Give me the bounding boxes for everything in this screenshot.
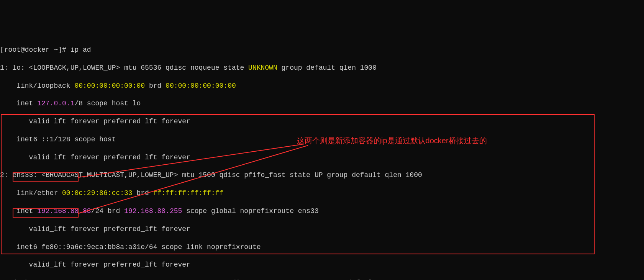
iface-ens33-inet6: inet6 fe80::9a6e:9eca:bb8a:a31e/64 scope… (0, 243, 644, 252)
iface-ens33-link: link/ether 00:0c:29:86:cc:33 brd ff:ff:f… (0, 189, 644, 198)
iface-ens33-valid: valid_lft forever preferred_lft forever (0, 225, 644, 234)
iface-lo-valid: valid_lft forever preferred_lft forever (0, 117, 644, 126)
annotation-text: 这两个则是新添加容器的ip是通过默认docker桥接过去的 (297, 136, 487, 146)
command-line: [root@docker ~]# ip ad (0, 46, 644, 54)
iface-lo-header: 1: lo: <LOOPBACK,UP,LOWER_UP> mtu 65536 … (0, 64, 644, 72)
iface-lo-link: link/loopback 00:00:00:00:00:00 brd 00:0… (0, 82, 644, 90)
iface-docker0-header: 3: docker0: <BROADCAST,MULTICAST,UP,LOWE… (0, 278, 644, 280)
terminal-output: [root@docker ~]# ip ad 1: lo: <LOOPBACK,… (0, 37, 644, 280)
iface-ens33-valid6: valid_lft forever preferred_lft forever (0, 260, 644, 269)
iface-lo-inet: inet 127.0.0.1/8 scope host lo (0, 99, 644, 108)
iface-lo-valid6: valid_lft forever preferred_lft forever (0, 153, 644, 162)
iface-ens33-header: 2: ens33: <BROADCAST,MULTICAST,UP,LOWER_… (0, 171, 644, 180)
